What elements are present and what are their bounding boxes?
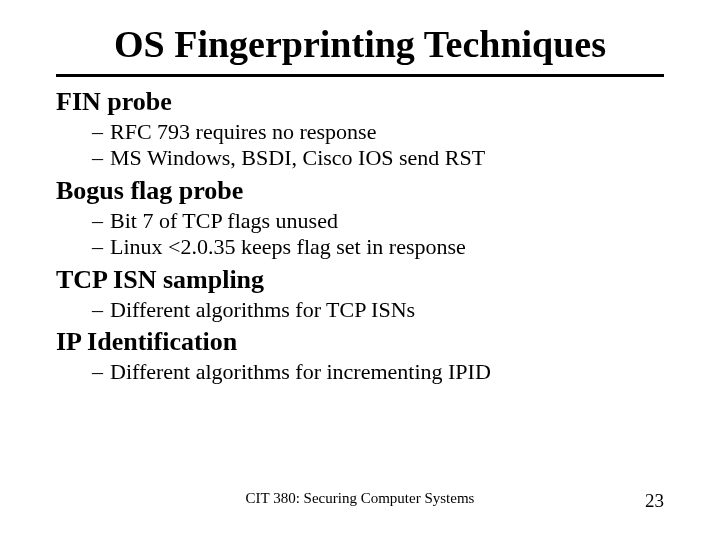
bullet-item: Different algorithms for TCP ISNs <box>92 297 664 323</box>
bullet-item: Linux <2.0.35 keeps flag set in response <box>92 234 664 260</box>
section-heading: IP Identification <box>56 327 664 357</box>
bullet-list: Bit 7 of TCP flags unused Linux <2.0.35 … <box>92 208 664 261</box>
section-heading: Bogus flag probe <box>56 176 664 206</box>
bullet-item: MS Windows, BSDI, Cisco IOS send RST <box>92 145 664 171</box>
content-body: FIN probe RFC 793 requires no response M… <box>56 87 664 385</box>
slide-title: OS Fingerprinting Techniques <box>56 22 664 66</box>
section-heading: FIN probe <box>56 87 664 117</box>
title-underline <box>56 74 664 77</box>
footer-course: CIT 380: Securing Computer Systems <box>246 490 475 507</box>
bullet-item: Bit 7 of TCP flags unused <box>92 208 664 234</box>
page-number: 23 <box>645 490 664 512</box>
slide-footer: CIT 380: Securing Computer Systems 23 <box>0 490 720 512</box>
bullet-list: Different algorithms for TCP ISNs <box>92 297 664 323</box>
section-heading: TCP ISN sampling <box>56 265 664 295</box>
bullet-item: Different algorithms for incrementing IP… <box>92 359 664 385</box>
bullet-list: RFC 793 requires no response MS Windows,… <box>92 119 664 172</box>
bullet-item: RFC 793 requires no response <box>92 119 664 145</box>
bullet-list: Different algorithms for incrementing IP… <box>92 359 664 385</box>
